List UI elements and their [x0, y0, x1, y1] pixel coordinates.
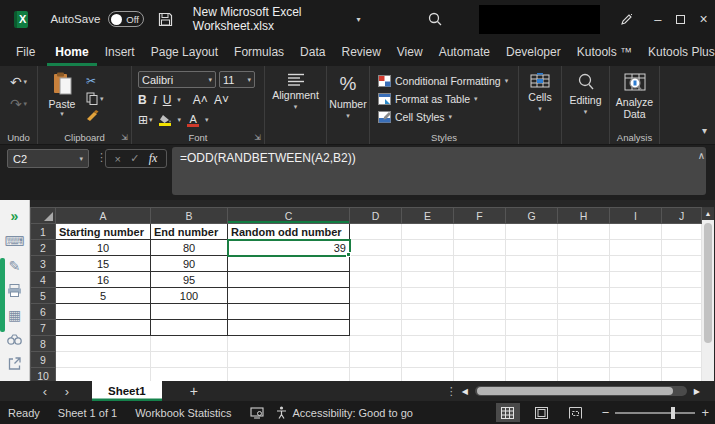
col-header-d[interactable]: D	[350, 208, 402, 224]
cell-C1[interactable]: Random odd number	[228, 224, 350, 240]
cell-H4[interactable]	[558, 272, 610, 288]
cell-E6[interactable]	[402, 304, 454, 320]
cell-B1[interactable]: End number	[151, 224, 228, 240]
tab-file[interactable]: File	[8, 39, 47, 66]
cell-I2[interactable]	[610, 240, 662, 256]
clipboard-dialog-launcher-icon[interactable]: ⇲	[121, 133, 128, 142]
cut-button[interactable]: ✂	[86, 74, 104, 88]
decrease-font-button[interactable]: A˅	[214, 93, 229, 107]
cell-E3[interactable]	[402, 256, 454, 272]
font-size-select[interactable]: 11▾	[219, 71, 255, 88]
row-header-2[interactable]: 2	[31, 240, 56, 256]
cell-F5[interactable]	[454, 288, 506, 304]
status-sheet-info[interactable]: Sheet 1 of 1	[58, 407, 117, 419]
format-as-table-button[interactable]: Format as Table▾	[378, 90, 518, 108]
cell-G4[interactable]	[506, 272, 558, 288]
cell-D6[interactable]	[350, 304, 402, 320]
underline-chevron-icon[interactable]: ▾	[177, 96, 181, 104]
cell-D8[interactable]	[350, 336, 402, 352]
cell-G8[interactable]	[506, 336, 558, 352]
save-icon[interactable]	[158, 12, 173, 27]
cell-H9[interactable]	[558, 352, 610, 368]
zoom-in-button[interactable]: +	[701, 405, 709, 420]
cell-E4[interactable]	[402, 272, 454, 288]
vertical-scrollbar[interactable]: ▲	[702, 207, 714, 381]
collapse-ribbon-chevron-icon[interactable]: ▾	[702, 125, 707, 136]
cell-J9[interactable]	[662, 352, 702, 368]
cell-I7[interactable]	[610, 320, 662, 336]
cell-D4[interactable]	[350, 272, 402, 288]
select-all-corner[interactable]	[31, 208, 56, 224]
cell-I1[interactable]	[610, 224, 662, 240]
cell-B5[interactable]: 100	[151, 288, 228, 304]
zoom-slider[interactable]	[615, 412, 695, 414]
fill-handle[interactable]	[346, 252, 351, 257]
tab-formulas[interactable]: Formulas	[226, 39, 292, 66]
vertical-scroll-thumb[interactable]	[704, 223, 712, 343]
underline-button[interactable]: U	[163, 93, 172, 107]
tab-kutools-plus[interactable]: Kutools Plus	[640, 39, 715, 66]
workbook-statistics-button[interactable]: Workbook Statistics	[135, 407, 231, 419]
editing-group[interactable]: Editing ▾	[562, 66, 610, 144]
cell-I3[interactable]	[610, 256, 662, 272]
cell-E5[interactable]	[402, 288, 454, 304]
insert-function-button[interactable]: fx	[149, 151, 158, 166]
cell-D7[interactable]	[350, 320, 402, 336]
cell-C3[interactable]	[228, 256, 350, 272]
redo-button[interactable]: ↷▾	[10, 96, 27, 112]
cell-C7[interactable]	[228, 320, 350, 336]
cell-H1[interactable]	[558, 224, 610, 240]
tab-developer[interactable]: Developer	[498, 39, 569, 66]
cell-C4[interactable]	[228, 272, 350, 288]
italic-button[interactable]: I	[153, 93, 157, 108]
cell-B2[interactable]: 80	[151, 240, 228, 256]
cell-G9[interactable]	[506, 352, 558, 368]
cell-J3[interactable]	[662, 256, 702, 272]
cell-F7[interactable]	[454, 320, 506, 336]
cell-B9[interactable]	[151, 352, 228, 368]
cell-G7[interactable]	[506, 320, 558, 336]
font-dialog-launcher-icon[interactable]: ⇲	[254, 133, 261, 142]
sheet-tab-sheet1[interactable]: Sheet1	[92, 381, 162, 401]
cell-B6[interactable]	[151, 304, 228, 320]
external-link-icon[interactable]	[6, 356, 23, 371]
tab-home[interactable]: Home	[47, 39, 96, 66]
cell-F1[interactable]	[454, 224, 506, 240]
cell-G2[interactable]	[506, 240, 558, 256]
formula-input[interactable]: =ODD(RANDBETWEEN(A2,B2))	[172, 147, 706, 195]
cell-I6[interactable]	[610, 304, 662, 320]
cell-J2[interactable]	[662, 240, 702, 256]
cell-H7[interactable]	[558, 320, 610, 336]
cell-I9[interactable]	[610, 352, 662, 368]
cell-D9[interactable]	[350, 352, 402, 368]
cell-A6[interactable]	[56, 304, 151, 320]
cell-A9[interactable]	[56, 352, 151, 368]
cell-H8[interactable]	[558, 336, 610, 352]
col-header-g[interactable]: G	[506, 208, 558, 224]
cell-G3[interactable]	[506, 256, 558, 272]
row-header-6[interactable]: 6	[31, 304, 56, 320]
cell-E9[interactable]	[402, 352, 454, 368]
cell-G5[interactable]	[506, 288, 558, 304]
cell-E1[interactable]	[402, 224, 454, 240]
cell-C8[interactable]	[228, 336, 350, 352]
cell-J4[interactable]	[662, 272, 702, 288]
editing-pen-icon[interactable]	[616, 4, 639, 34]
scroll-right-icon[interactable]: ▶	[689, 387, 705, 396]
cell-C9[interactable]	[228, 352, 350, 368]
cell-G6[interactable]	[506, 304, 558, 320]
col-header-i[interactable]: I	[610, 208, 662, 224]
cell-styles-button[interactable]: Cell Styles▾	[378, 108, 518, 126]
tab-data[interactable]: Data	[292, 39, 333, 66]
minimize-button[interactable]: –	[646, 4, 669, 34]
row-header-8[interactable]: 8	[31, 336, 56, 352]
number-group[interactable]: % Number ▾	[327, 66, 370, 144]
horizontal-scrollbar[interactable]	[475, 386, 687, 396]
autosave-toggle[interactable]: Off	[108, 11, 144, 27]
tab-page-layout[interactable]: Page Layout	[143, 39, 226, 66]
bold-button[interactable]: B	[138, 93, 147, 107]
fill-color-button[interactable]	[159, 114, 172, 126]
cell-J7[interactable]	[662, 320, 702, 336]
tab-view[interactable]: View	[389, 39, 431, 66]
expand-pane-icon[interactable]: »	[6, 208, 23, 224]
